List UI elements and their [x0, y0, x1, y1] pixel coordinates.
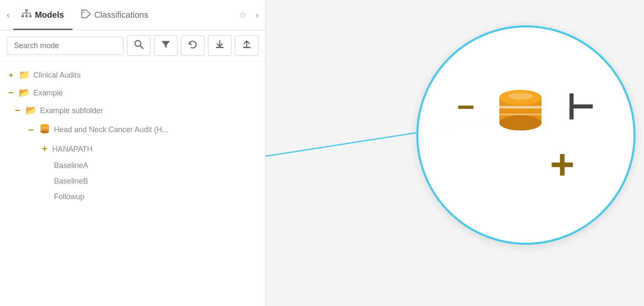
main-container: ‹ Models [0, 0, 644, 306]
tab-bar: ‹ Models [0, 0, 265, 30]
database-icon-head-neck [39, 123, 51, 137]
toggle-minus-subfolder: − [13, 105, 22, 116]
download-button[interactable] [208, 35, 232, 56]
svg-rect-1 [22, 15, 24, 17]
back-button[interactable]: ‹ [3, 8, 13, 22]
filter-button[interactable] [154, 35, 178, 56]
svg-rect-2 [25, 15, 28, 17]
models-icon [22, 9, 32, 21]
example-subfolder-label: Example subfolder [40, 106, 103, 115]
zoom-circle: − [416, 25, 636, 245]
svg-point-20 [40, 124, 49, 127]
svg-rect-15 [216, 47, 224, 48]
tree-item-example[interactable]: − 📂 Example [0, 84, 265, 102]
svg-marker-12 [162, 41, 170, 48]
toggle-plus-clinical: + [7, 71, 15, 80]
tree-item-clinical-audits[interactable]: + 📁 Clinical Audits [0, 66, 265, 84]
refresh-icon [188, 39, 198, 52]
example-label: Example [33, 89, 63, 97]
models-tab-label: Models [35, 10, 64, 20]
baselineA-label: BaselineA [54, 161, 88, 170]
svg-point-19 [40, 130, 49, 133]
upload-button[interactable] [235, 35, 259, 56]
tab-models[interactable]: Models [13, 0, 73, 30]
svg-rect-0 [25, 9, 28, 11]
tree-item-followup[interactable]: Followup [0, 189, 265, 205]
folder-open-icon-subfolder: 📂 [25, 105, 37, 116]
svg-line-11 [140, 46, 143, 49]
zoom-top-row: − [457, 85, 595, 133]
zoom-hbar-icon: ⊢ [566, 91, 595, 125]
followup-label: Followup [54, 192, 84, 201]
zoom-minus-icon: − [457, 92, 475, 122]
clinical-audits-label: Clinical Audits [33, 71, 81, 80]
zoom-bottom-row: + [457, 143, 595, 185]
tree-area: + 📁 Clinical Audits − 📂 Example − 📂 Exam… [0, 61, 265, 306]
zoom-content: − [457, 85, 595, 185]
filter-icon [161, 40, 170, 51]
zoom-plus-icon: + [550, 143, 574, 185]
refresh-button[interactable] [181, 35, 205, 56]
toolbar [0, 30, 265, 61]
right-area: − [266, 0, 644, 306]
svg-point-30 [508, 93, 533, 100]
toggle-plus-hanapath: + [40, 144, 49, 154]
star-icon[interactable]: ☆ [234, 10, 252, 21]
search-button[interactable] [127, 35, 151, 56]
upload-icon [242, 39, 252, 52]
tree-item-head-neck[interactable]: − Head and Neck Cancer Audit (H... [0, 119, 265, 140]
head-neck-label: Head and Neck Cancer Audit (H... [54, 125, 168, 134]
download-icon [215, 39, 225, 52]
hanapath-label: HANAPATH [52, 145, 92, 154]
classifications-icon [81, 9, 91, 21]
svg-rect-3 [29, 15, 32, 17]
zoom-database-icon [495, 85, 546, 133]
svg-point-9 [83, 12, 84, 14]
folder-closed-icon: 📁 [19, 70, 30, 81]
sidebar: ‹ Models [0, 0, 266, 306]
svg-rect-16 [243, 47, 251, 48]
tab-classifications[interactable]: Classifications [73, 0, 157, 30]
toggle-minus-example: − [7, 87, 15, 98]
tree-item-baselineA[interactable]: BaselineA [0, 158, 265, 173]
toggle-minus-head-neck: − [27, 125, 35, 135]
classifications-tab-label: Classifications [94, 10, 148, 20]
search-input[interactable] [7, 37, 124, 55]
tree-item-hanapath[interactable]: + HANAPATH [0, 140, 265, 158]
svg-point-28 [499, 115, 542, 130]
forward-button[interactable]: › [252, 8, 262, 22]
tree-item-baselineB[interactable]: BaselineB [0, 173, 265, 189]
baselineB-label: BaselineB [54, 177, 88, 186]
search-icon [134, 39, 144, 52]
folder-open-icon-example: 📂 [19, 87, 30, 98]
tree-item-example-subfolder[interactable]: − 📂 Example subfolder [0, 102, 265, 119]
